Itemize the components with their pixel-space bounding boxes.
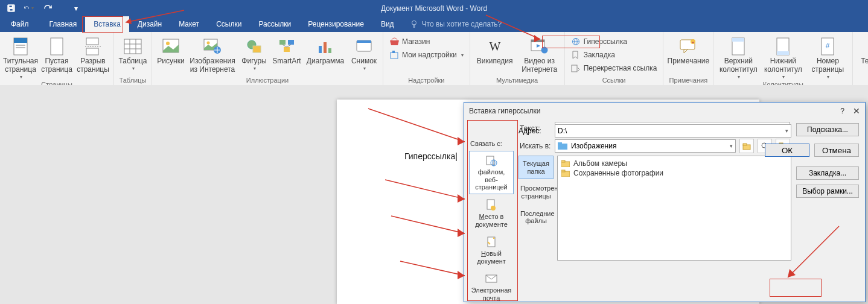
look-in-label: Искать в: [520, 142, 551, 150]
group-comments: +Примечание Примечания [663, 32, 713, 85]
pictures-button[interactable]: Рисунки [156, 34, 186, 66]
target-frame-button[interactable]: Выбор рамки... [796, 185, 859, 198]
link-to-file-web[interactable]: файлом, веб-страницей [469, 151, 514, 194]
table-button[interactable]: Таблица▾ [118, 34, 148, 71]
cross-reference-button[interactable]: Перекрестная ссылка [569, 62, 660, 74]
bookmark-icon [571, 50, 581, 60]
panel-browsed-pages[interactable]: Просмотренные страницы [519, 180, 554, 204]
svg-rect-26 [288, 40, 294, 45]
pictures-folder-icon [558, 142, 567, 150]
group-illustrations: Рисунки Изображения из Интернета Фигуры▾… [152, 32, 383, 85]
tab-view[interactable]: Вид [372, 16, 403, 32]
svg-rect-9 [51, 38, 63, 55]
tell-me[interactable]: Что вы хотите сделать? [403, 16, 502, 32]
shapes-button[interactable]: Фигуры▾ [239, 34, 269, 71]
svg-text:+: + [692, 40, 695, 44]
svg-rect-55 [777, 51, 789, 55]
panel-current-folder[interactable]: Текущая папка [519, 156, 554, 179]
page-break-button[interactable]: Разрыв страницы [76, 34, 110, 74]
svg-rect-30 [319, 46, 322, 53]
panel-recent-files[interactable]: Последние файлы [519, 206, 554, 229]
up-one-level-button[interactable] [739, 139, 754, 153]
ok-button[interactable]: ОК [765, 144, 809, 157]
online-pictures-button[interactable]: Изображения из Интернета [188, 34, 237, 74]
svg-rect-79 [561, 170, 565, 172]
svg-rect-1 [8, 5, 12, 8]
group-links: Гиперссылка Закладка Перекрестная ссылка… [565, 32, 664, 85]
group-addins: Магазин Мои надстройки▾ Надстройки [383, 32, 470, 85]
group-tables-label: Таблицы [118, 75, 148, 85]
tab-home[interactable]: Главная [41, 16, 86, 32]
wikipedia-button[interactable]: WВикипедия [474, 34, 516, 66]
svg-rect-11 [86, 48, 98, 55]
svg-rect-32 [328, 48, 331, 53]
tab-references[interactable]: Ссылки [208, 16, 250, 32]
store-button[interactable]: Магазин [387, 36, 466, 48]
link-to-email[interactable]: Электронная почта [469, 269, 514, 304]
bookmark-button[interactable]: Закладка [569, 49, 660, 61]
link-to-place-in-doc[interactable]: Место в документе [469, 195, 514, 231]
svg-rect-40 [531, 40, 544, 42]
group-media-label: Мультимедиа [474, 75, 561, 85]
bookmark-dialog-button[interactable]: Закладка... [796, 166, 859, 180]
insert-hyperlink-dialog: Вставка гиперссылки ? ✕ Связать с: файло… [464, 102, 866, 302]
chart-button[interactable]: Диаграмма [304, 34, 346, 66]
list-item[interactable]: Сохраненные фотографии [561, 168, 787, 178]
list-item[interactable]: Альбом камеры [561, 159, 787, 168]
cover-page-button[interactable]: Титульная страница▾ [4, 34, 37, 80]
screenshot-button[interactable]: Снимок▾ [349, 34, 379, 71]
text-box-button[interactable]: AТекстовое поле▾ [857, 34, 868, 80]
tell-me-placeholder: Что вы хотите сделать? [422, 20, 502, 28]
svg-rect-6 [14, 38, 27, 43]
tab-layout[interactable]: Макет [170, 16, 208, 32]
comment-button[interactable]: +Примечание [667, 34, 709, 66]
body-text[interactable]: Гиперссылка| [404, 151, 458, 161]
group-pages: Титульная страница▾ Пустая страница Разр… [0, 32, 114, 85]
dialog-help-button[interactable]: ? [840, 107, 844, 115]
look-in-dropdown[interactable]: Изображения▾ [555, 139, 736, 153]
smartart-button[interactable]: SmartArt [272, 34, 302, 66]
tab-mailings[interactable]: Рассылки [250, 16, 299, 32]
page-number-button[interactable]: #Номер страницы▾ [806, 34, 849, 80]
group-header-footer: Верхний колонтитул▾ Нижний колонтитул▾ #… [713, 32, 853, 85]
new-doc-icon [485, 235, 498, 249]
group-text: AТекстовое поле▾ [853, 32, 868, 85]
ribbon: Титульная страница▾ Пустая страница Разр… [0, 32, 868, 86]
screen-tip-button[interactable]: Подсказка... [796, 123, 859, 136]
save-icon[interactable] [6, 4, 16, 13]
blank-page-button[interactable]: Пустая страница [40, 34, 74, 74]
online-video-button[interactable]: Видео из Интернета [519, 34, 561, 74]
link-to-new-doc[interactable]: Новый документ [469, 232, 514, 268]
svg-rect-13 [124, 39, 141, 54]
file-web-icon [485, 154, 498, 167]
dialog-title: Вставка гиперссылки [469, 107, 540, 115]
tab-review[interactable]: Рецензирование [299, 16, 372, 32]
addins-icon [389, 50, 399, 60]
svg-point-3 [412, 21, 416, 25]
footer-button[interactable]: Нижний колонтитул▾ [762, 34, 804, 80]
group-links-label: Ссылки [569, 75, 660, 85]
svg-text:#: # [826, 42, 830, 50]
tab-file[interactable]: Файл [0, 16, 40, 32]
link-to-label: Связать с: [469, 139, 514, 150]
cancel-button[interactable]: Отмена [814, 144, 859, 157]
redo-icon[interactable] [42, 4, 52, 13]
svg-rect-36 [391, 52, 398, 59]
my-addins-button[interactable]: Мои надстройки▾ [387, 49, 466, 61]
header-button[interactable]: Верхний колонтитул▾ [717, 34, 759, 80]
dialog-close-button[interactable]: ✕ [853, 106, 860, 116]
svg-rect-34 [357, 40, 371, 43]
svg-point-64 [491, 206, 496, 211]
undo-icon[interactable]: ▾ [24, 4, 34, 13]
qat-customize-icon[interactable]: ▾ [71, 4, 81, 13]
tab-insert[interactable]: Вставка [85, 16, 129, 32]
svg-point-42 [541, 47, 547, 54]
svg-rect-2 [9, 8, 13, 11]
tab-design[interactable]: Дизайн [129, 16, 170, 32]
group-addins-label: Надстройки [387, 75, 466, 85]
hyperlink-button[interactable]: Гиперссылка [569, 36, 660, 48]
hyperlink-icon [571, 37, 581, 46]
file-list[interactable]: Альбом камеры Сохраненные фотографии [557, 156, 791, 261]
address-input[interactable]: D:\▾ [555, 124, 791, 138]
ribbon-tabs: Файл Главная Вставка Дизайн Макет Ссылки… [0, 16, 868, 32]
